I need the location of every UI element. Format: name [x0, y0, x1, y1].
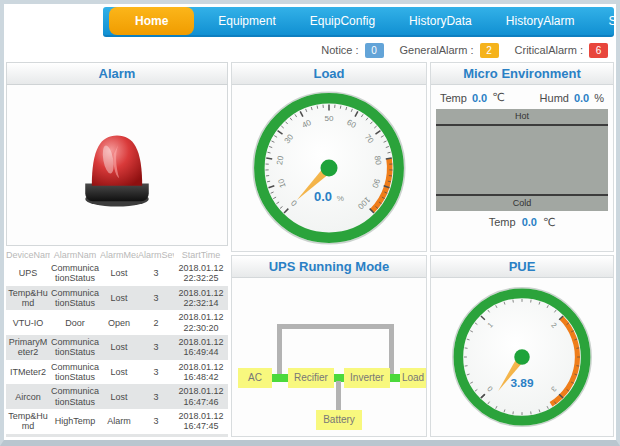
tab-equipment[interactable]: Equipment: [208, 7, 285, 35]
critical-alarm-count-badge: 6: [589, 43, 608, 58]
bypass-line-top: [277, 324, 394, 329]
battery-line: [336, 381, 341, 410]
table-row[interactable]: PrimaryMeter2CommunicationStatusLost3201…: [6, 335, 228, 360]
table-row[interactable]: UPSCommunicationStatusLost32018.01.12 22…: [6, 261, 228, 286]
ups-running-mode-panel: UPS Running Mode ACRecifierInverterLoadB…: [231, 255, 427, 437]
table-cell: 3: [138, 384, 174, 409]
table-cell: CommunicationStatus: [50, 360, 100, 385]
table-cell: ITMeter2: [6, 360, 50, 385]
table-cell: Alarm: [100, 434, 138, 437]
alarm-panel: Alarm: [6, 62, 228, 437]
table-cell: CommunicationStatus: [50, 261, 100, 286]
table-cell: 3: [138, 261, 174, 286]
alarm-column-header: DeviceNam: [6, 248, 50, 261]
tab-equipconfig[interactable]: EquipConfig: [300, 7, 385, 35]
notice-count-badge: 0: [365, 43, 384, 58]
alarm-column-header: StartTime: [174, 248, 228, 261]
table-cell: 2018.01.12 22:32:25: [174, 261, 228, 286]
nav-tabs: HomeEquipmentEquipConfigHistoryDataHisto…: [109, 7, 608, 35]
table-row[interactable]: Temp&HumdHighTempAlarm32018.01.12 16:47:…: [6, 409, 228, 434]
table-cell: Lost: [100, 335, 138, 360]
table-row[interactable]: AirconCommunicationStatusLost32018.01.12…: [6, 384, 228, 409]
table-cell: CommunicationStatus: [50, 286, 100, 311]
tab-home[interactable]: Home: [109, 7, 194, 35]
svg-text:3.89: 3.89: [510, 376, 533, 390]
table-cell: VTU-IO: [6, 310, 50, 335]
bypass-line-right: [389, 324, 394, 374]
ups-node-inverter: Inverter: [344, 368, 390, 388]
table-cell: 3: [138, 335, 174, 360]
cold-aisle-label: Cold: [436, 196, 608, 211]
table-cell: HighTemp: [50, 409, 100, 434]
table-cell: Lost: [100, 261, 138, 286]
micro-environment-panel: Micro Environment Temp 0.0 ℃ Humd 0.0 % …: [430, 62, 614, 252]
table-row[interactable]: Temp&HumdCommunicationStatusLost32018.01…: [6, 286, 228, 311]
table-cell: Open: [100, 310, 138, 335]
table-cell: Lost: [100, 384, 138, 409]
table-row[interactable]: ITMeter2CommunicationStatusLost32018.01.…: [6, 360, 228, 385]
alarm-table: DeviceNamAlarmNamAlarmMeaAlarmSeveStartT…: [6, 248, 228, 437]
bottom-temp-label: Temp: [489, 216, 516, 229]
alarm-panel-title: Alarm: [6, 62, 228, 85]
tab-system[interactable]: System: [598, 7, 620, 35]
ups-node-ac: AC: [238, 368, 272, 388]
pue-panel: PUE 01233.89: [430, 255, 614, 437]
general-alarm-label: GeneralAlarm :: [400, 44, 474, 56]
svg-text:50: 50: [324, 114, 334, 123]
alarm-table-head: DeviceNamAlarmNamAlarmMeaAlarmSeveStartT…: [6, 248, 228, 261]
bottom-temp-unit: ℃: [543, 216, 555, 229]
aisle-middle-area: [436, 126, 608, 194]
table-cell: PrimaryMeter2: [6, 335, 50, 360]
table-cell: 2018.01.12 16:47:46: [174, 434, 228, 437]
power-connector: [272, 374, 288, 382]
load-gauge-body: 01020304050607080901000.0%: [232, 85, 426, 250]
table-row[interactable]: Temp&HumdHighHumdAlarm22018.01.12 16:47:…: [6, 434, 228, 437]
table-cell: 2018.01.12 16:49:44: [174, 335, 228, 360]
alarm-column-header: AlarmSeve: [138, 248, 174, 261]
table-cell: 2018.01.12 16:47:45: [174, 409, 228, 434]
humd-label: Humd: [540, 92, 569, 104]
alarm-column-header: AlarmNam: [50, 248, 100, 261]
table-cell: Alarm: [100, 409, 138, 434]
tab-historyalarm[interactable]: HistoryAlarm: [496, 7, 585, 35]
humd-unit: %: [594, 92, 604, 104]
table-cell: Temp&Humd: [6, 409, 50, 434]
table-cell: Door: [50, 310, 100, 335]
table-cell: 2: [138, 310, 174, 335]
table-row[interactable]: VTU-IODoorOpen22018.01.12 22:30:20: [6, 310, 228, 335]
ups-running-mode-title: UPS Running Mode: [232, 256, 426, 278]
tab-historydata[interactable]: HistoryData: [399, 7, 482, 35]
alarm-status-bar: Notice : 0 GeneralAlarm : 2 CriticalAlar…: [4, 40, 608, 60]
load-gauge: 01020304050607080901000.0%: [248, 87, 410, 249]
micro-environment-title: Micro Environment: [431, 63, 613, 85]
load-panel: Load 01020304050607080901000.0%: [231, 62, 427, 252]
alarm-beacon-icon: [71, 119, 163, 211]
table-cell: 3: [138, 286, 174, 311]
ups-node-recifier: Recifier: [288, 368, 334, 388]
top-temp-value: 0.0: [472, 92, 487, 104]
notice-label: Notice :: [321, 44, 358, 56]
table-cell: Lost: [100, 286, 138, 311]
table-cell: Lost: [100, 360, 138, 385]
micro-top-readings: Temp 0.0 ℃ Humd 0.0 %: [436, 88, 608, 109]
table-cell: 3: [138, 409, 174, 434]
aisle-duct-diagram: Hot Cold: [436, 109, 608, 211]
ups-node-battery: Battery: [316, 410, 362, 430]
alarm-column-header: AlarmMea: [100, 248, 138, 261]
critical-alarm-label: CriticalAlarm :: [515, 44, 583, 56]
table-cell: Temp&Humd: [6, 434, 50, 437]
micro-environment-body: Temp 0.0 ℃ Humd 0.0 % Hot Cold Temp: [431, 85, 613, 232]
table-cell: 2: [138, 434, 174, 437]
alarm-table-body: UPSCommunicationStatusLost32018.01.12 22…: [6, 261, 228, 437]
table-cell: UPS: [6, 261, 50, 286]
table-cell: 3: [138, 360, 174, 385]
general-alarm-count-badge: 2: [480, 43, 499, 58]
table-cell: CommunicationStatus: [50, 335, 100, 360]
ups-diagram: ACRecifierInverterLoadBattery: [232, 278, 426, 437]
load-panel-title: Load: [232, 63, 426, 85]
pue-panel-title: PUE: [431, 256, 613, 278]
micro-bottom-reading: Temp 0.0 ℃: [436, 211, 608, 229]
top-navbar: HomeEquipmentEquipConfigHistoryDataHisto…: [103, 7, 614, 37]
table-cell: Aircon: [6, 384, 50, 409]
hot-aisle-label: Hot: [436, 109, 608, 124]
